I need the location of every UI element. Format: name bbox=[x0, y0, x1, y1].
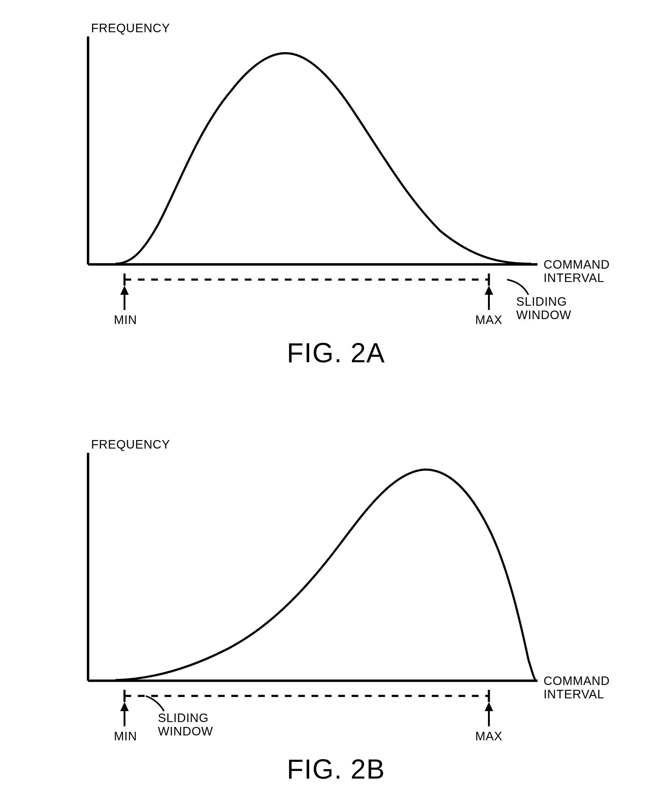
svg-marker-6 bbox=[120, 286, 129, 295]
figure-title-2a: FIG. 2A bbox=[0, 337, 672, 368]
figure-title-2b: FIG. 2B bbox=[0, 754, 672, 785]
xlabel-line2-2b: INTERVAL bbox=[544, 687, 604, 701]
min-arrow-2a bbox=[120, 286, 129, 310]
sliding-label-line1-2b: SLIDING bbox=[158, 711, 209, 725]
distribution-curve-2b bbox=[116, 469, 536, 680]
sliding-window-callout-2b bbox=[146, 696, 164, 711]
svg-marker-15 bbox=[120, 702, 129, 711]
figure-2b-panel: FREQUENCY COMMAND INTERVAL MIN MAX SLIDI… bbox=[0, 416, 672, 811]
page: FREQUENCY COMMAND INTERVAL MIN MAX SLIDI… bbox=[0, 0, 672, 812]
axes-2b bbox=[88, 453, 538, 681]
max-label-2b: MAX bbox=[475, 729, 503, 743]
max-arrow-2a bbox=[485, 286, 493, 310]
sliding-label-line2-2a: WINDOW bbox=[516, 308, 572, 322]
sliding-label-line2-2b: WINDOW bbox=[158, 725, 213, 738]
distribution-curve-2a bbox=[116, 53, 531, 264]
min-label-2a: MIN bbox=[114, 313, 137, 327]
figure-2a-svg bbox=[0, 0, 672, 395]
sliding-label-line1-2a: SLIDING bbox=[516, 295, 567, 309]
svg-marker-8 bbox=[485, 286, 493, 295]
sliding-window-2b bbox=[124, 690, 489, 702]
xlabel-line2-2a: INTERVAL bbox=[544, 271, 604, 285]
xlabel-line1-2a: COMMAND bbox=[544, 258, 610, 271]
xlabel-line1-2b: COMMAND bbox=[544, 674, 610, 687]
min-arrow-2b bbox=[120, 702, 129, 726]
sliding-window-2a bbox=[124, 273, 489, 286]
sliding-window-callout-2a bbox=[507, 280, 528, 295]
min-label-2b: MIN bbox=[114, 729, 137, 743]
max-arrow-2b bbox=[485, 702, 493, 726]
ylabel-2a: FREQUENCY bbox=[91, 21, 170, 35]
max-label-2a: MAX bbox=[475, 313, 503, 327]
figure-2b-svg bbox=[0, 416, 672, 811]
ylabel-2b: FREQUENCY bbox=[91, 438, 170, 451]
figure-2a-panel: FREQUENCY COMMAND INTERVAL MIN MAX SLIDI… bbox=[0, 0, 672, 395]
svg-marker-17 bbox=[485, 702, 493, 711]
